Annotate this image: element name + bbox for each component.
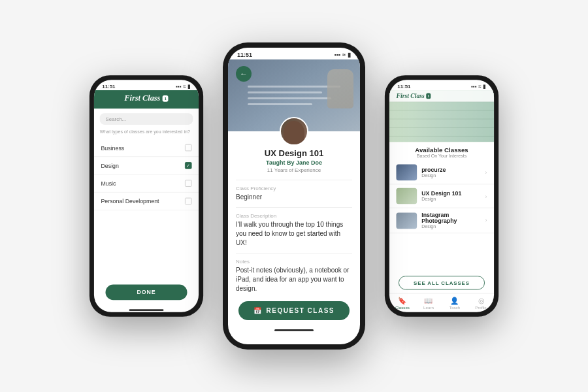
category-personal-development[interactable]: Personal Development <box>94 193 199 210</box>
chevron-icon-2: › <box>485 193 487 199</box>
logo-text-left: First Class <box>124 93 160 103</box>
class-cat-photo: Design <box>421 224 480 229</box>
class-name-ux: UX Design 101 <box>421 190 480 197</box>
category-music-label: Music <box>101 180 116 187</box>
status-icons-left: ▪▪▪ ≈ ▮ <box>176 84 190 90</box>
logo-badge-left: 1 <box>163 95 169 102</box>
checkbox-music[interactable] <box>185 180 192 187</box>
status-bar-center: 11:51 ▪▪▪ ≈ ▮ <box>228 48 360 59</box>
description-label: Class Description <box>236 213 352 219</box>
search-box[interactable]: Search... <box>100 113 193 125</box>
divider-2 <box>236 207 352 208</box>
list-item[interactable]: Instagram Photography Design › <box>389 208 494 233</box>
hero-line-3 <box>248 97 331 99</box>
left-header: First Class 1 <box>94 90 199 108</box>
proficiency-section: Class Proficiency Beginner <box>228 183 360 204</box>
phone-center: 11:51 ▪▪▪ ≈ ▮ <box>223 42 365 350</box>
list-item[interactable]: UX Design 101 Design › <box>389 184 494 208</box>
logo-text-right: First Class <box>396 93 424 100</box>
available-title: Available Classes <box>396 146 487 154</box>
scene: 11:51 ▪▪▪ ≈ ▮ First Class 1 Sear <box>0 0 588 392</box>
battery-icon-center: ▮ <box>348 52 351 58</box>
category-list: Business Design ✓ Music Personal Develop… <box>94 137 199 280</box>
signal-icon-center: ▪▪▪ <box>334 52 340 58</box>
back-icon: ← <box>240 69 248 78</box>
class-title: UX Design 101 <box>236 148 352 158</box>
phone-right: 11:51 ▪▪▪ ≈ ▮ <box>385 75 498 317</box>
hero-line-2 <box>248 91 322 93</box>
done-button[interactable]: DONE <box>106 285 188 301</box>
battery-icon-right: ▮ <box>483 84 485 90</box>
time-center: 11:51 <box>237 52 252 58</box>
class-teacher: Taught By Jane Doe <box>236 159 352 166</box>
class-thumb-procurze <box>396 165 417 181</box>
right-app-header: First Class 1 <box>389 90 494 102</box>
proficiency-value: Beginner <box>236 193 352 202</box>
request-class-button[interactable]: 📅 REQUEST CLASS <box>238 301 350 320</box>
app-logo-left: First Class 1 <box>124 93 168 103</box>
checkbox-design[interactable]: ✓ <box>185 162 192 169</box>
checkbox-personal-dev[interactable] <box>185 198 192 205</box>
avatar-silhouette <box>284 121 304 144</box>
category-business[interactable]: Business <box>94 139 199 157</box>
signal-icon: ▪▪▪ <box>176 84 181 90</box>
time-left: 11:51 <box>102 84 115 90</box>
available-section: Available Classes Based On Your Interest… <box>389 142 494 161</box>
chevron-icon-1: › <box>485 169 487 176</box>
phone-center-screen: 11:51 ▪▪▪ ≈ ▮ <box>228 48 360 344</box>
category-music[interactable]: Music <box>94 174 199 192</box>
nav-item-teach[interactable]: 👤 Teach <box>442 297 468 310</box>
home-indicator-center <box>274 329 314 331</box>
hero-line-1 <box>248 86 340 88</box>
list-item[interactable]: procurze Design › <box>389 161 494 184</box>
avatar <box>280 117 308 146</box>
back-button[interactable]: ← <box>236 66 252 82</box>
class-info: UX Design 101 Taught By Jane Doe 11 Year… <box>228 146 360 177</box>
logo-badge-right: 1 <box>426 93 431 99</box>
search-placeholder: Search... <box>106 116 127 122</box>
signal-icon-right: ▪▪▪ <box>471 84 476 90</box>
nav-label-teach: Teach <box>449 306 460 310</box>
time-right: 11:51 <box>397 84 410 90</box>
class-experience: 11 Years of Experience <box>236 167 352 173</box>
teach-icon: 👤 <box>450 297 459 304</box>
phone-left-screen: 11:51 ▪▪▪ ≈ ▮ First Class 1 Sear <box>94 80 199 312</box>
class-thumb-ux <box>396 188 417 204</box>
home-indicator-left <box>129 309 164 311</box>
bottom-nav: 🔖 Classes 📖 Learn 👤 Teach ◎ Profile <box>389 293 494 312</box>
notes-value: Post-it notes (obviously), a notebook or… <box>236 266 352 293</box>
available-subtitle: Based On Your Interests <box>396 154 487 159</box>
nav-label-profile: Profile <box>475 306 486 310</box>
category-personal-dev-label: Personal Development <box>101 198 159 204</box>
nav-item-learn[interactable]: 📖 Learn <box>416 297 442 310</box>
status-icons-right: ▪▪▪ ≈ ▮ <box>471 84 485 90</box>
class-name-photo: Instagram Photography <box>421 212 480 224</box>
wifi-icon-center: ≈ <box>342 52 346 58</box>
phone-left: 11:51 ▪▪▪ ≈ ▮ First Class 1 Sear <box>90 75 203 317</box>
profile-icon: ◎ <box>478 297 484 304</box>
wifi-icon: ≈ <box>183 84 186 90</box>
class-list-info-procurze: procurze Design <box>421 167 480 178</box>
nav-label-classes: Classes <box>395 306 410 310</box>
proficiency-label: Class Proficiency <box>236 186 352 191</box>
hero-line-4 <box>248 103 312 105</box>
nav-item-profile[interactable]: ◎ Profile <box>468 297 494 310</box>
class-thumb-photo <box>396 212 417 229</box>
hero-hand <box>327 69 353 108</box>
calendar-icon: 📅 <box>253 307 263 314</box>
request-class-label: REQUEST CLASS <box>266 307 335 314</box>
nav-item-classes[interactable]: 🔖 Classes <box>389 297 416 310</box>
phone-right-screen: 11:51 ▪▪▪ ≈ ▮ <box>389 80 494 312</box>
interests-label: What types of classes are you interested… <box>100 129 193 135</box>
learn-icon: 📖 <box>424 297 433 304</box>
battery-icon: ▮ <box>188 84 190 90</box>
wifi-icon-right: ≈ <box>478 84 481 90</box>
category-design[interactable]: Design ✓ <box>94 157 199 174</box>
checkbox-business[interactable] <box>185 144 192 152</box>
class-list-info-ux: UX Design 101 Design <box>421 190 480 202</box>
see-all-classes-button[interactable]: SEE ALL CLASSES <box>399 276 485 289</box>
status-icons-center: ▪▪▪ ≈ ▮ <box>334 52 351 58</box>
divider-3 <box>236 253 352 253</box>
divider-1 <box>236 180 352 180</box>
center-content: 11:51 ▪▪▪ ≈ ▮ <box>228 48 360 344</box>
